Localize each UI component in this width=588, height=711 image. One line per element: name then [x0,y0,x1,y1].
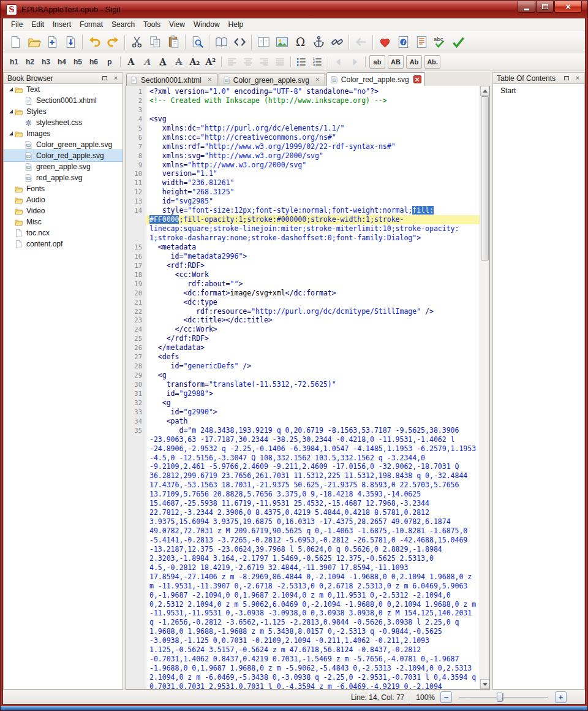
bullet-list-icon[interactable] [293,55,309,69]
strikethrough-icon[interactable]: A [171,55,187,69]
float-panel-icon[interactable] [100,74,109,82]
tab-close-icon[interactable]: × [206,76,214,84]
add-existing-file-icon[interactable] [43,33,61,51]
code-line[interactable]: linecap:square;stroke-linejoin:miter;str… [126,224,480,234]
tree-item-images[interactable]: Images [4,128,123,139]
tree-item-fonts[interactable]: Fonts [4,183,123,194]
code-line[interactable]: -3.0938,-1.125 0,0.7031 -0.2109,2.1094 -… [126,636,480,645]
heading-4-icon[interactable]: h4 [54,55,70,69]
tree-item-toc-ncx[interactable]: toc.ncx [4,227,123,238]
code-line[interactable]: 12 height="268.3125" [126,188,480,197]
uppercase-icon[interactable]: AB [388,55,404,69]
code-line[interactable]: 15 <metadata [126,243,480,252]
code-line[interactable]: #FF0000;fill-opacity:1;stroke:#000000;st… [126,215,480,224]
special-character-icon[interactable]: Ω [291,33,309,51]
code-line[interactable]: 17.4376,-53.1563 18.7031,-21.9375 50.625… [126,481,480,490]
code-line[interactable]: 17 <rdf:RDF> [126,261,480,270]
code-line[interactable]: 24 </cc:Work> [126,325,480,334]
align-justify-icon[interactable] [272,55,288,69]
code-line[interactable]: 16 id="metadata2996"> [126,252,480,261]
scroll-up-button[interactable] [480,86,489,96]
close-panel-icon[interactable]: × [111,74,120,82]
tree-item-content-opf[interactable]: content.opf [4,238,123,249]
tab-color-green-apple-svg[interactable]: Color_green_apple.svg× [219,74,325,86]
expand-arrow-icon[interactable] [7,88,14,91]
code-line[interactable]: 49.0782,72.7031 z M 209.6719,90.5625 q 0… [126,527,480,536]
tree-item-video[interactable]: Video [4,205,123,216]
code-line[interactable]: 1.125,-0.5624 3.5157,-0.5624 z m 47.6718… [126,645,480,655]
heading-2-icon[interactable]: h2 [22,55,38,69]
heading-5-icon[interactable]: h5 [70,55,86,69]
code-line[interactable]: 23 <dc:title></dc:title> [126,316,480,325]
code-line[interactable]: 0,2.5312 2.1094,0 z m 5.9062,6.0469 0,-2… [126,600,480,609]
code-line[interactable]: -0.7031,1.4062 0.8437,0.4219 0.7031,-1.5… [126,655,480,664]
book-view-icon[interactable] [212,33,230,51]
redo-icon[interactable] [104,33,122,51]
code-line[interactable]: 27 <defs [126,352,480,362]
code-line[interactable]: 1<?xml version="1.0" encoding="UTF-8" st… [126,87,480,96]
zoom-slider[interactable] [458,691,549,703]
code-line[interactable]: 14 style="font-size:12px;font-style:norm… [126,206,480,215]
heading-6-icon[interactable]: h6 [86,55,102,69]
code-line[interactable]: 22.7812,-3.2344 2.3906,0 8.4375,0.4219 5… [126,508,480,517]
code-line[interactable]: 11 width="236.81261" [126,178,480,188]
split-section-icon[interactable] [254,33,273,51]
expand-arrow-icon[interactable] [7,110,14,113]
code-line[interactable]: -13.2187,12.375 -23.0624,39.7968 l 5.062… [126,545,480,554]
donate-icon[interactable] [375,33,394,51]
code-line[interactable]: 36.2812,299.6719 23.7656,261.7031 11.531… [126,471,480,481]
code-line[interactable]: -9.2109,2.461 -5.9766,2.4609 -9.211,2.46… [126,462,480,471]
code-line[interactable]: -11.9531,-11.9531 0,-3.0938 -3.0938,0 0,… [126,609,480,618]
scrollbar-thumb[interactable] [481,96,489,260]
tree-item-stylesheet-css[interactable]: stylesheet.css [4,117,123,128]
code-line[interactable]: 4<svg [126,115,480,124]
menu-tools[interactable]: Tools [139,18,165,31]
align-center-icon[interactable] [240,55,256,69]
toc-item-start[interactable]: Start [493,84,584,95]
insert-link-icon[interactable] [328,33,346,51]
validate-icon[interactable] [449,33,467,51]
copy-icon[interactable] [146,33,164,51]
code-line[interactable]: 6 xmlns:cc="http://creativecommons.org/n… [126,133,480,142]
spellcheck-icon[interactable]: abc [431,33,449,51]
code-line[interactable]: 15.4687,-25.5938 11.6719,-11.9531 25.453… [126,499,480,508]
scroll-down-button[interactable] [480,679,489,689]
zoom-out-button[interactable]: − [440,691,452,703]
code-line[interactable]: 2.1094,0 z m -6.0469,-5.3438 0,-3.0938 q… [126,673,480,682]
editor-scrollbar[interactable] [480,86,489,689]
titlecase-icon[interactable]: Ab [406,55,422,69]
code-line[interactable]: 5 xmlns:dc="http://purl.org/dc/elements/… [126,124,480,133]
expand-arrow-icon[interactable] [7,132,14,135]
close-panel-icon[interactable]: × [573,74,582,82]
find-replace-icon[interactable] [188,33,206,51]
zoom-slider-thumb[interactable] [497,693,503,702]
new-file-icon[interactable] [6,33,24,51]
code-editor[interactable]: 1<?xml version="1.0" encoding="UTF-8" st… [126,86,480,689]
menu-file[interactable]: File [7,18,27,31]
decrease-indent-icon[interactable] [331,55,347,69]
menu-insert[interactable]: Insert [48,18,75,31]
code-view-icon[interactable] [230,33,249,51]
code-line[interactable]: 29 <g [126,371,480,380]
underline-icon[interactable]: A [155,55,171,69]
code-line[interactable]: 22 rdf:resource="http://purl.org/dc/dcmi… [126,307,480,316]
tree-item-green-apple-svg[interactable]: green_apple.svg [4,161,123,172]
increase-indent-icon[interactable] [347,55,363,69]
code-line[interactable]: q -1.2656,-0.2812 -3.6562,-1.125 -2.2813… [126,618,480,627]
zoom-in-button[interactable]: + [555,691,567,703]
menu-edit[interactable]: Edit [27,18,48,31]
numbered-list-icon[interactable]: 123 [309,55,325,69]
lowercase-icon[interactable]: ab [369,55,385,69]
code-line[interactable]: -24.8906,-2.9532 q -2.25,-0.1406 -6.3984… [126,444,480,454]
undo-icon[interactable] [85,33,104,51]
code-line[interactable]: -5.4141,-0.2813 -3.7265,-0.2812 -5.6953,… [126,536,480,545]
float-panel-icon[interactable] [562,74,571,82]
code-line[interactable]: m -11.9531,-11.3907 0,-2.6718 -2.5313,0 … [126,582,480,591]
code-line[interactable]: 0,-1.9687 -2.1094,0 0,1.9687 2.1094,0 z … [126,591,480,600]
code-line[interactable]: 13.7109,5.7656 20.8828,5.7656 3.375,0 9,… [126,490,480,499]
code-line[interactable]: 3 [126,105,480,115]
superscript-icon[interactable]: A² [203,55,219,69]
paste-icon[interactable] [164,33,183,51]
code-line[interactable]: 17.8594,-27.1406 z m -8.2969,86.4844 0,-… [126,572,480,582]
bold-icon[interactable]: A [123,55,139,69]
